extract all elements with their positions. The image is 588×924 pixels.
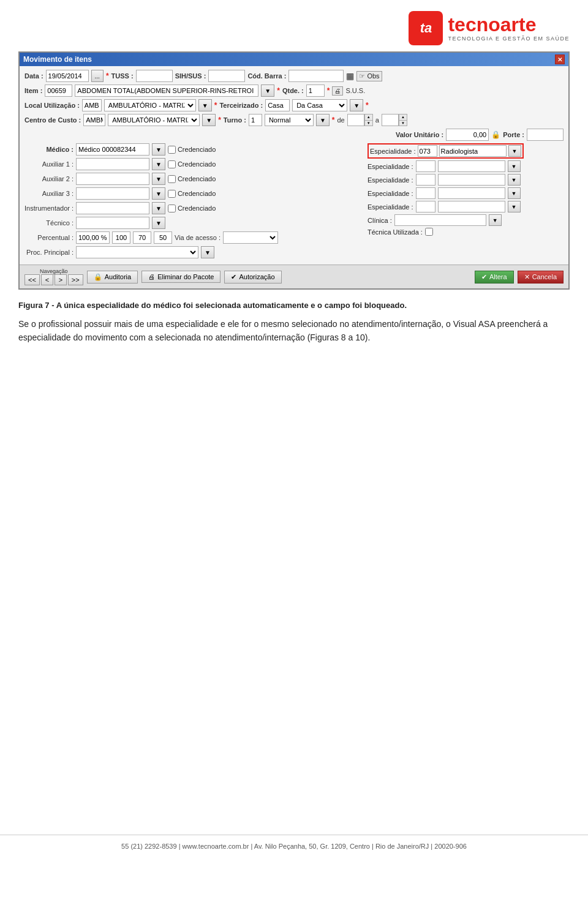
autorizacao-button[interactable]: ✔ Autorização: [224, 271, 281, 284]
perc3-input[interactable]: [154, 231, 172, 244]
perc2-input[interactable]: [133, 231, 151, 244]
esp-value-input-1[interactable]: [439, 145, 507, 157]
esp-dropdown-3[interactable]: ▼: [508, 174, 521, 186]
normal-select[interactable]: Normal: [265, 114, 314, 126]
esp-code-input-5[interactable]: [416, 201, 435, 212]
qtde-input[interactable]: [306, 85, 325, 97]
a-spin-down[interactable]: ▼: [399, 121, 407, 126]
medico-input[interactable]: [76, 143, 149, 156]
cancela-button[interactable]: ✕ Cancela: [518, 271, 564, 284]
credenciado-checkbox-medico[interactable]: [168, 146, 176, 154]
tecnico-input[interactable]: [76, 217, 149, 229]
logo-name: tecnoarte: [448, 15, 570, 34]
centro-desc-select[interactable]: AMBULATÓRIO - MATRIZ: [108, 114, 200, 126]
item-code-input[interactable]: [45, 85, 72, 97]
local-code-input[interactable]: [82, 99, 102, 111]
nav-prev-button[interactable]: <: [41, 274, 53, 285]
credenciado-checkbox-aux2[interactable]: [168, 175, 176, 183]
via-select[interactable]: [223, 231, 278, 244]
medico-dropdown-button[interactable]: ▼: [152, 143, 165, 156]
nav-last-button[interactable]: >>: [68, 274, 83, 285]
sih-input[interactable]: [208, 70, 245, 82]
credenciado-checkbox-aux3[interactable]: [168, 190, 176, 198]
item-required: *: [277, 86, 280, 95]
instrumentador-input[interactable]: [76, 202, 149, 214]
nav-next-button[interactable]: >: [55, 274, 67, 285]
aux2-input[interactable]: [76, 173, 149, 185]
turno-input[interactable]: [249, 114, 262, 126]
local-required: *: [214, 101, 217, 110]
de-time-input[interactable]: [347, 114, 364, 126]
especialidade-row-5: Especialidade : ▼: [368, 201, 564, 212]
credenciado-checkbox-aux1[interactable]: [168, 160, 176, 168]
centro-dropdown-button[interactable]: ▼: [202, 114, 216, 126]
eliminar-button[interactable]: 🖨 Eliminar do Pacote: [141, 271, 221, 283]
close-button[interactable]: ✕: [555, 54, 565, 64]
esp-code-input-1[interactable]: [418, 145, 437, 157]
percentual-input[interactable]: [76, 231, 110, 244]
credenciado-checkbox-inst[interactable]: [168, 205, 176, 212]
proc-select[interactable]: [76, 246, 198, 258]
aux2-dropdown-button[interactable]: ▼: [152, 173, 165, 185]
esp-dropdown-1[interactable]: ▼: [508, 145, 521, 157]
de-spin-up[interactable]: ▲: [365, 115, 372, 121]
credenciado-check-inst: Credenciado: [168, 205, 216, 212]
esp-value-input-2[interactable]: [438, 160, 505, 172]
terceirizado-dropdown-button[interactable]: ▼: [350, 99, 363, 111]
clinica-row: Clínica : ▼: [368, 214, 564, 226]
clinica-input[interactable]: [394, 214, 486, 226]
tecnico-label: Técnico :: [24, 219, 74, 227]
item-desc-input[interactable]: [75, 85, 258, 97]
row-valor: Valor Unitário : 🔒 Porte :: [24, 129, 564, 141]
tecnico-dropdown-button[interactable]: ▼: [152, 217, 165, 229]
esp-code-input-3[interactable]: [416, 174, 435, 186]
lock-icon: 🔒: [491, 130, 500, 139]
logo: ta tecnoarte TECNOLOGIA E GESTÃO EM SAÚD…: [409, 11, 570, 45]
instrumentador-dropdown-button[interactable]: ▼: [152, 202, 165, 214]
clinica-dropdown[interactable]: ▼: [489, 214, 502, 226]
esp-dropdown-5[interactable]: ▼: [508, 201, 521, 212]
credenciado-check-aux2: Credenciado: [168, 175, 216, 183]
data-picker-button[interactable]: ...: [91, 70, 104, 82]
local-desc-select[interactable]: AMBULATÓRIO - MATRIZ: [104, 99, 196, 111]
esp-value-input-3[interactable]: [438, 174, 505, 186]
item-dropdown-button[interactable]: ▼: [261, 85, 274, 97]
altera-button[interactable]: ✔ Altera: [475, 271, 514, 284]
esp-dropdown-2[interactable]: ▼: [508, 160, 521, 172]
local-dropdown-button[interactable]: ▼: [198, 99, 212, 111]
proc-dropdown-button[interactable]: ▼: [201, 246, 214, 258]
audit-button[interactable]: 🔒 Auditoria: [87, 271, 138, 284]
normal-dropdown-button[interactable]: ▼: [316, 114, 330, 126]
credenciado-check-aux1: Credenciado: [168, 160, 216, 168]
centro-code-input[interactable]: [83, 114, 105, 126]
valor-input[interactable]: [446, 129, 489, 141]
terceirizado-select[interactable]: Da Casa: [292, 99, 347, 111]
aux1-input[interactable]: [76, 158, 149, 170]
data-input[interactable]: [46, 70, 89, 82]
tuss-input[interactable]: [136, 70, 173, 82]
terceirizado-input1[interactable]: [265, 99, 290, 111]
obs-button[interactable]: ☞ Obs: [356, 71, 382, 81]
cancela-label: Cancela: [532, 273, 557, 280]
aux1-dropdown-button[interactable]: ▼: [152, 158, 165, 170]
tecnica-checkbox[interactable]: [425, 228, 433, 236]
esp-dropdown-4[interactable]: ▼: [508, 187, 521, 199]
esp-value-input-4[interactable]: [438, 187, 505, 199]
perc1-input[interactable]: [112, 231, 130, 244]
esp-code-input-2[interactable]: [416, 160, 435, 172]
a-spin-up[interactable]: ▲: [399, 115, 407, 121]
cod-barra-input[interactable]: [288, 70, 344, 82]
eliminar-label: Eliminar do Pacote: [157, 273, 214, 280]
aux2-label: Auxiliar 2 :: [24, 175, 74, 182]
de-spin-down[interactable]: ▼: [365, 121, 372, 126]
aux3-dropdown-button[interactable]: ▼: [152, 187, 165, 200]
esp-code-input-4[interactable]: [416, 187, 435, 199]
aux3-input[interactable]: [76, 187, 149, 200]
a-time-input[interactable]: [382, 114, 399, 126]
credenciado-check-aux3: Credenciado: [168, 190, 216, 198]
esp-value-input-5[interactable]: [438, 201, 505, 212]
porte-input[interactable]: [527, 129, 564, 141]
movimento-itens-dialog: Movimento de itens ✕ Data : ... * TUSS :…: [18, 51, 570, 290]
terceirizado-label: Terceirizado :: [219, 102, 263, 109]
nav-first-button[interactable]: <<: [24, 274, 40, 285]
